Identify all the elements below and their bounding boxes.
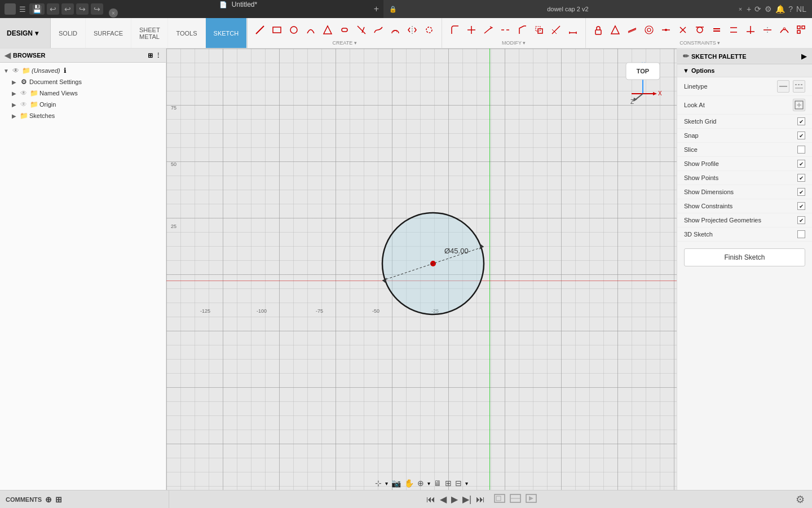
extension-icon[interactable]: ⚙ — [765, 5, 772, 14]
scale-tool[interactable] — [548, 22, 564, 38]
zoom-dropdown-icon[interactable]: ▾ — [427, 480, 430, 487]
add-tab-icon[interactable]: + — [747, 5, 751, 14]
display-dropdown-icon[interactable]: ▾ — [465, 480, 468, 487]
offset-tool[interactable] — [387, 22, 403, 38]
chamfer-tool[interactable] — [514, 22, 530, 38]
browser-back-icon[interactable]: ◀ — [5, 51, 11, 60]
tree-item-sketches[interactable]: ▶ 📁 Sketches — [0, 110, 166, 121]
tab-surface[interactable]: SURFACE — [86, 18, 131, 48]
arc-tool[interactable] — [303, 22, 319, 38]
tab-tools[interactable]: TOOLS — [168, 18, 205, 48]
canvas-area[interactable]: 75 50 25 -125 -100 -75 -50 -25 Ø45.00 — [166, 49, 677, 490]
frame-icon2[interactable] — [510, 494, 521, 505]
line-tool[interactable] — [252, 22, 268, 38]
display-mode2-icon[interactable]: ⊟ — [455, 479, 462, 488]
settings-cog-icon[interactable]: ⚙ — [794, 493, 806, 506]
tab-solid[interactable]: SOLID — [51, 18, 86, 48]
show-constraints-checkbox[interactable]: ✔ — [797, 202, 805, 210]
tree-visibility3-icon[interactable]: 👁 — [19, 100, 28, 109]
project-tool[interactable] — [421, 22, 437, 38]
browser-expand-icon[interactable]: ⊞ — [148, 52, 153, 59]
view-mode-icon[interactable]: 🖥 — [434, 479, 442, 488]
undo2-icon[interactable]: ↩ — [61, 3, 74, 15]
tree-visibility2-icon[interactable]: 👁 — [19, 89, 28, 98]
undo-icon[interactable]: ↩ — [47, 3, 59, 15]
concentric-tool[interactable] — [641, 22, 657, 38]
playback-next[interactable]: ▶| — [462, 494, 471, 505]
tree-item-named-views[interactable]: ▶ 👁 📁 Named Views — [0, 87, 166, 99]
tree-item-unsaved[interactable]: ▼ 👁 📁 (Unsaved) ℹ — [0, 65, 166, 76]
look-at-btn[interactable] — [793, 99, 805, 111]
coincident-tool[interactable] — [607, 22, 623, 38]
fix-tool[interactable] — [675, 22, 691, 38]
pattern-tool[interactable] — [793, 22, 809, 38]
comments-expand-icon[interactable]: ⊞ — [55, 495, 62, 504]
redo2-icon[interactable]: ↪ — [91, 3, 103, 15]
midpoint-tool[interactable] — [658, 22, 674, 38]
playback-next-end[interactable]: ⏭ — [476, 494, 485, 505]
parallel-tool[interactable] — [726, 22, 742, 38]
sketch-grid-checkbox[interactable]: ✔ — [797, 117, 805, 125]
show-dimensions-checkbox[interactable]: ✔ — [797, 188, 805, 196]
slice-checkbox[interactable] — [797, 146, 805, 154]
browser-options-icon[interactable]: ⋮ — [155, 52, 161, 59]
frame-icon3[interactable] — [526, 494, 537, 505]
second-close-icon[interactable]: × — [739, 6, 742, 12]
sketch-dim-tool[interactable] — [565, 22, 581, 38]
mirror-tool[interactable] — [404, 22, 420, 38]
redo-icon[interactable]: ↪ — [76, 3, 89, 15]
design-button[interactable]: DESIGN ▾ — [0, 18, 51, 48]
extend-tool[interactable] — [480, 22, 496, 38]
tab-sheet-metal[interactable]: SHEET METAL — [131, 18, 168, 48]
horizontal-tool[interactable] — [760, 22, 775, 38]
linetype-btn1[interactable] — [777, 80, 789, 93]
select-mode-icon[interactable]: ⊹ — [375, 479, 382, 488]
break-tool[interactable] — [497, 22, 513, 38]
sync-icon[interactable]: ⟳ — [754, 5, 761, 14]
trim2-tool[interactable] — [464, 22, 479, 38]
perpendicular-tool[interactable] — [743, 22, 758, 38]
rectangle-tool[interactable] — [269, 22, 285, 38]
dropdown-icon[interactable]: ▾ — [385, 480, 388, 487]
playback-play[interactable]: ▶ — [451, 494, 458, 505]
finish-sketch-palette-button[interactable]: Finish Sketch — [684, 248, 805, 266]
notification-icon[interactable]: 🔔 — [775, 5, 785, 14]
trim-tool[interactable] — [354, 22, 369, 38]
circle-tool[interactable] — [286, 22, 302, 38]
palette-options-header[interactable]: ▼ Options — [677, 64, 812, 77]
triangle-tool[interactable] — [320, 22, 336, 38]
playback-prev-start[interactable]: ⏮ — [426, 494, 435, 505]
palette-collapse-icon[interactable]: ▶ — [801, 52, 806, 60]
app-menu-icon[interactable]: ☰ — [19, 5, 26, 14]
tree-item-origin[interactable]: ▶ 👁 📁 Origin — [0, 99, 166, 110]
equal-tool[interactable] — [709, 22, 725, 38]
show-points-checkbox[interactable]: ✔ — [797, 174, 805, 182]
show-projected-checkbox[interactable]: ✔ — [797, 216, 805, 224]
add-comment-icon[interactable]: ⊕ — [45, 495, 52, 504]
show-profile-checkbox[interactable]: ✔ — [797, 160, 805, 168]
save-icon[interactable]: 💾 — [29, 3, 45, 15]
3d-sketch-checkbox[interactable] — [797, 230, 805, 238]
fillet-tool[interactable] — [447, 22, 462, 38]
collinear-tool[interactable] — [624, 22, 640, 38]
snap-checkbox[interactable]: ✔ — [797, 132, 805, 139]
frame-icon1[interactable] — [494, 494, 505, 505]
smooth-tool[interactable] — [776, 22, 792, 38]
tree-info-icon[interactable]: ℹ — [64, 67, 67, 75]
user-icon[interactable]: NL — [796, 5, 806, 14]
lock-tool[interactable] — [590, 22, 606, 38]
view-cube[interactable]: Y X Z TOP — [620, 60, 665, 105]
help-icon[interactable]: ? — [788, 5, 793, 14]
pan-icon[interactable]: ✋ — [404, 479, 414, 488]
new-tab-icon[interactable]: + — [374, 4, 379, 14]
tab-sketch[interactable]: SKETCH — [206, 18, 248, 48]
slot-tool[interactable] — [337, 22, 352, 38]
tree-item-document-settings[interactable]: ▶ ⚙ Document Settings — [0, 76, 166, 87]
tangent-tool[interactable] — [692, 22, 708, 38]
move-copy-tool[interactable] — [531, 22, 547, 38]
tree-visibility-icon[interactable]: 👁 — [11, 66, 20, 75]
camera-icon[interactable]: 📷 — [391, 479, 401, 488]
zoom-fit-icon[interactable]: ⊕ — [417, 479, 424, 488]
spline-tool[interactable] — [370, 22, 386, 38]
close-tab-btn[interactable]: × — [109, 8, 118, 17]
